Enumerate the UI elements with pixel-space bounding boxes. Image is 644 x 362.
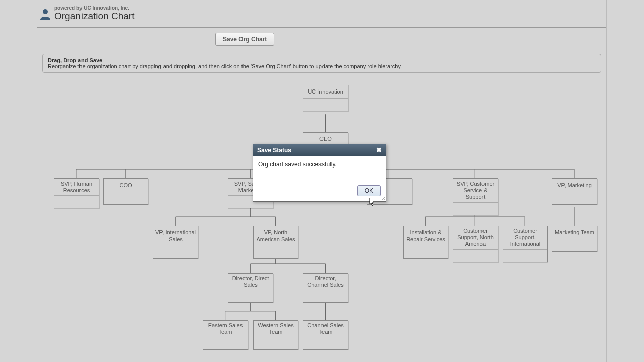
instructions-body: Reorganize the organization chart by dra… <box>48 63 596 69</box>
page-title: Organization Chart <box>54 11 134 22</box>
node-label: SVP, Customer Service & Support <box>453 179 498 203</box>
node-label: Customer Support, North America <box>453 226 498 250</box>
dialog-ok-button[interactable]: OK <box>357 185 381 196</box>
node-uc-innovation[interactable]: UC Innovation <box>303 85 348 111</box>
node-label: Director, Channel Sales <box>303 274 348 290</box>
node-label: UC Innovation <box>303 85 348 99</box>
node-svp-customer-service[interactable]: SVP, Customer Service & Support <box>453 178 498 215</box>
avatar-icon <box>39 8 51 20</box>
toolbar: Save Org Chart <box>37 28 606 51</box>
node-vp-na-sales[interactable]: VP, North American Sales <box>253 226 298 259</box>
node-vp-marketing[interactable]: VP, Marketing <box>552 178 597 205</box>
node-label: Western Sales Team <box>254 321 298 337</box>
node-label: Marketing Team <box>552 226 597 239</box>
node-label: Eastern Sales Team <box>203 321 248 337</box>
resize-grip[interactable] <box>380 195 385 200</box>
node-label: VP, Marketing <box>552 179 597 192</box>
instructions-panel: Drag, Drop and Save Reorganize the organ… <box>42 54 601 73</box>
org-chart-canvas[interactable]: UC Innovation CEO SVP, Human Resources C… <box>37 78 606 349</box>
node-cs-north-america[interactable]: Customer Support, North America <box>453 226 498 262</box>
node-label: Installation & Repair Services <box>404 226 448 246</box>
dialog-titlebar[interactable]: Save Status ✖ <box>253 144 386 156</box>
page-header: powered by UC Innovation, Inc. Organizat… <box>37 0 606 28</box>
node-director-direct-sales[interactable]: Director, Direct Sales <box>228 273 273 303</box>
node-director-channel-sales[interactable]: Director, Channel Sales <box>303 273 348 303</box>
node-label: Customer Support, International <box>503 226 547 250</box>
close-icon[interactable]: ✖ <box>376 146 382 154</box>
node-western-sales-team[interactable]: Western Sales Team <box>253 320 298 350</box>
node-install-repair[interactable]: Installation & Repair Services <box>403 226 448 259</box>
node-eastern-sales-team[interactable]: Eastern Sales Team <box>203 320 248 350</box>
node-label: Director, Direct Sales <box>228 274 273 290</box>
dialog-message: Org chart saved successfully. <box>253 156 386 182</box>
node-channel-sales-team[interactable]: Channel Sales Team <box>303 320 348 350</box>
node-label: VP, North American Sales <box>254 226 298 246</box>
node-coo[interactable]: COO <box>103 178 148 205</box>
powered-by-label: powered by UC Innovation, Inc. <box>54 5 134 11</box>
save-status-dialog: Save Status ✖ Org chart saved successful… <box>253 144 386 202</box>
save-org-chart-button[interactable]: Save Org Chart <box>215 33 274 46</box>
node-marketing-team[interactable]: Marketing Team <box>552 226 597 252</box>
instructions-title: Drag, Drop and Save <box>48 57 596 63</box>
node-label: COO <box>104 179 148 192</box>
svg-point-0 <box>43 9 48 14</box>
node-label: SVP, Human Resources <box>54 179 99 196</box>
node-cs-international[interactable]: Customer Support, International <box>503 226 548 262</box>
node-label: Channel Sales Team <box>303 321 348 337</box>
node-vp-intl-sales[interactable]: VP, International Sales <box>153 226 198 259</box>
dialog-title: Save Status <box>257 147 291 154</box>
node-label: VP, International Sales <box>153 226 198 246</box>
connector-lines <box>37 78 606 349</box>
node-svp-hr[interactable]: SVP, Human Resources <box>54 178 99 208</box>
